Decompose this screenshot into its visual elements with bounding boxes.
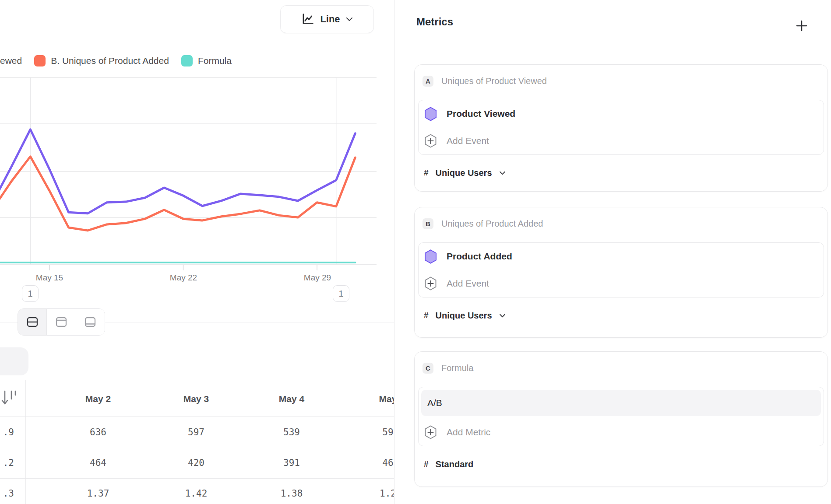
metric-letter-badge: B — [423, 218, 433, 229]
panel-title: Metrics — [416, 16, 453, 28]
formula-input[interactable]: A/B — [421, 390, 821, 416]
formula-box: A/B Add Metric — [418, 387, 824, 446]
table-frozen-divider — [25, 380, 26, 504]
metric-card-title: Uniques of Product Added — [441, 219, 543, 229]
measurement-label: Standard — [436, 459, 474, 469]
add-event-hexagon-plus-icon — [424, 134, 437, 148]
add-metric-label: Add Metric — [447, 427, 490, 438]
table-frozen-cell: .2 — [0, 458, 14, 468]
plus-icon — [796, 20, 808, 32]
metric-letter-badge: A — [423, 76, 433, 87]
add-metric-row[interactable]: Add Metric — [419, 419, 824, 446]
split-horizontal-icon — [27, 317, 38, 327]
legend-swatch-b — [34, 55, 46, 66]
table-cell: 1.42 — [152, 488, 240, 499]
table-frozen-cell: .9 — [0, 427, 14, 438]
event-hexagon-icon — [424, 107, 437, 121]
legend-swatch-formula — [181, 55, 193, 66]
chevron-down-icon — [499, 171, 506, 175]
hash-icon: # — [424, 459, 429, 469]
event-name: Product Viewed — [447, 108, 515, 119]
sort-descending-icon[interactable] — [1, 389, 18, 407]
hash-icon: # — [424, 168, 429, 178]
table-cell: 46 — [344, 458, 394, 468]
metric-card-title: Formula — [441, 363, 473, 373]
table-border — [0, 446, 394, 446]
table-cell: 1.37 — [54, 488, 142, 499]
table-column-header: May 2 — [54, 394, 142, 404]
table-cell: 59 — [344, 427, 394, 438]
table-frozen-cell: .3 — [0, 488, 14, 499]
event-box: Product Added Add Event — [418, 242, 824, 298]
chart-type-label: Line — [320, 14, 340, 25]
legend-item-a-truncated[interactable]: ewed — [0, 56, 22, 66]
x-axis-label: May 22 — [153, 273, 214, 283]
table-cell: 1.2 — [344, 488, 394, 499]
table-cell: 1.38 — [248, 488, 335, 499]
view-panel-bottom-button[interactable] — [76, 309, 105, 335]
panel-top-icon — [56, 317, 67, 327]
legend-item-b[interactable]: B. Uniques of Product Added — [34, 55, 169, 66]
table-toolbar-pill[interactable] — [0, 347, 28, 375]
legend-item-formula[interactable]: Formula — [181, 55, 232, 66]
event-box: Product Viewed Add Event — [418, 100, 824, 155]
annotation-badge[interactable]: 1 — [22, 285, 39, 302]
measurement-row[interactable]: # Standard — [418, 454, 824, 474]
measurement-row[interactable]: # Unique Users — [418, 305, 824, 326]
metric-card-a[interactable]: A Uniques of Product Viewed Product View… — [414, 64, 828, 192]
chevron-down-icon — [499, 314, 506, 318]
chart-type-dropdown[interactable]: Line — [280, 5, 374, 33]
line-chart-icon — [301, 13, 314, 26]
add-event-row[interactable]: Add Event — [419, 270, 824, 297]
table-column-header: May 3 — [152, 394, 240, 404]
event-hexagon-icon — [424, 249, 437, 264]
legend-label: ewed — [0, 56, 22, 66]
table-border — [0, 416, 394, 417]
chart-legend: ewed B. Uniques of Product Added Formula — [0, 53, 232, 68]
metrics-panel: Metrics A Uniques of Product Viewed Prod… — [394, 0, 831, 504]
metric-letter-badge: C — [423, 363, 433, 374]
table-cell: 539 — [248, 427, 335, 438]
report-panel: Line ewed B. Uniques of Product Added Fo… — [0, 0, 394, 504]
add-event-row[interactable]: Add Event — [419, 127, 824, 154]
line-chart[interactable] — [0, 74, 394, 280]
table-cell: 420 — [152, 458, 240, 468]
table-cell: 464 — [54, 458, 142, 468]
event-row[interactable]: Product Added — [419, 243, 824, 270]
table-column-header: May — [344, 394, 394, 404]
event-row[interactable]: Product Viewed — [419, 100, 824, 127]
add-metric-plus-button[interactable] — [795, 19, 808, 32]
view-split-horizontal-button[interactable] — [18, 309, 46, 335]
measurement-row[interactable]: # Unique Users — [418, 163, 824, 183]
table-cell: 391 — [248, 458, 335, 468]
event-name: Product Added — [447, 251, 512, 262]
metric-card-header: B Uniques of Product Added — [418, 211, 824, 236]
chevron-down-icon — [346, 17, 353, 21]
metric-card-c-formula[interactable]: C Formula A/B Add Metric # Standard — [414, 351, 828, 487]
measurement-label: Unique Users — [436, 311, 492, 321]
x-axis-label: May 29 — [287, 273, 348, 283]
x-axis-label: May 15 — [19, 273, 80, 283]
view-panel-top-button[interactable] — [46, 309, 76, 335]
hash-icon: # — [424, 311, 429, 320]
measurement-label: Unique Users — [436, 168, 492, 178]
table-cell: 597 — [152, 427, 240, 438]
metric-card-title: Uniques of Product Viewed — [441, 76, 547, 86]
add-event-hexagon-plus-icon — [424, 276, 437, 290]
legend-label: Formula — [198, 56, 232, 66]
table-column-header: May 4 — [248, 394, 335, 404]
metric-card-header: A Uniques of Product Viewed — [418, 68, 824, 94]
legend-label: B. Uniques of Product Added — [51, 56, 169, 66]
layout-view-toggle — [18, 308, 105, 336]
table-cell: 636 — [54, 427, 142, 438]
annotation-badge[interactable]: 1 — [333, 285, 349, 302]
metric-card-header: C Formula — [418, 355, 824, 381]
metric-card-b[interactable]: B Uniques of Product Added Product Added… — [414, 207, 828, 338]
add-event-label: Add Event — [447, 136, 489, 146]
add-metric-hexagon-plus-icon — [424, 425, 437, 439]
table-border — [0, 478, 394, 479]
panel-bottom-icon — [85, 317, 96, 327]
add-event-label: Add Event — [447, 278, 489, 289]
